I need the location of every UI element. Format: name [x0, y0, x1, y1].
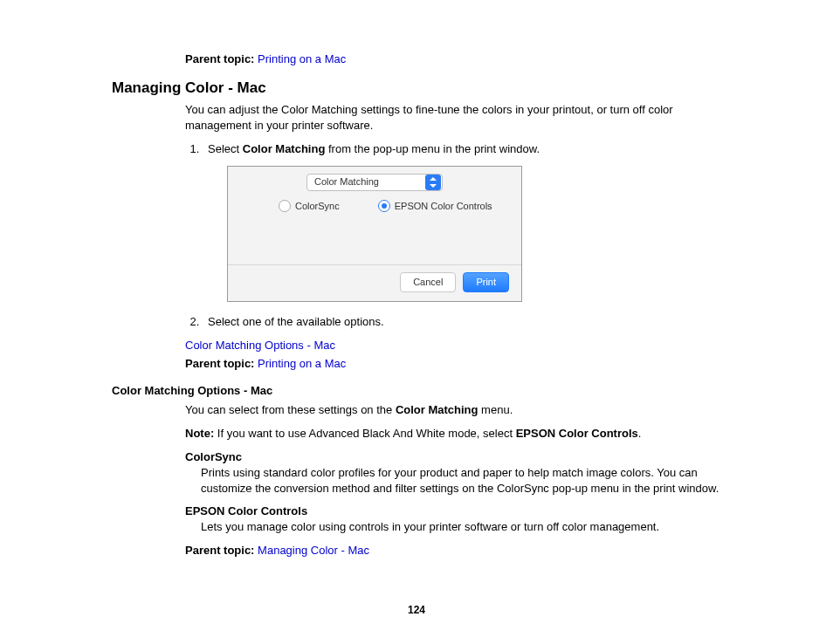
- parent-topic-label: Parent topic:: [185, 52, 254, 65]
- dropdown-label: Color Matching: [314, 175, 379, 188]
- section2-intro: You can select from these settings on th…: [185, 402, 728, 418]
- dialog-dropdown[interactable]: Color Matching: [306, 174, 443, 191]
- section-title-managing-color: Managing Color - Mac: [112, 79, 728, 97]
- parent-topic-link-printing-mac[interactable]: Printing on a Mac: [258, 52, 346, 65]
- radio-icon: [279, 200, 291, 212]
- step-2: Select one of the available options.: [203, 314, 728, 330]
- radio-selected-icon: [378, 200, 390, 212]
- subsection-title-color-matching-options: Color Matching Options - Mac: [112, 384, 728, 397]
- parent-topic-top: Parent topic: Printing on a Mac: [185, 52, 728, 65]
- def-body-epson: Lets you manage color using controls in …: [201, 519, 728, 535]
- section2-note: Note: If you want to use Advanced Black …: [185, 426, 728, 442]
- chevron-up-down-icon: [425, 175, 441, 190]
- cancel-button[interactable]: Cancel: [400, 272, 456, 292]
- color-matching-dialog: Color Matching ColorSync EPSON Color Con…: [227, 166, 522, 303]
- parent-topic-link-managing-color[interactable]: Managing Color - Mac: [258, 544, 369, 557]
- def-term-colorsync: ColorSync: [185, 450, 728, 463]
- parent-topic-section2: Parent topic: Managing Color - Mac: [185, 544, 728, 557]
- parent-topic-section1: Parent topic: Printing on a Mac: [185, 357, 728, 370]
- step-1: Select Color Matching from the pop-up me…: [203, 141, 728, 302]
- def-term-epson: EPSON Color Controls: [185, 504, 728, 517]
- radio-colorsync[interactable]: ColorSync: [279, 200, 340, 213]
- page-number: 124: [0, 604, 833, 616]
- def-body-colorsync: Prints using standard color profiles for…: [201, 465, 728, 496]
- radio-epson-controls[interactable]: EPSON Color Controls: [378, 200, 492, 213]
- link-color-matching-options[interactable]: Color Matching Options - Mac: [185, 339, 335, 352]
- parent-topic-link-printing-mac-2[interactable]: Printing on a Mac: [258, 357, 346, 370]
- section1-intro: You can adjust the Color Matching settin…: [185, 102, 728, 133]
- print-button[interactable]: Print: [463, 272, 509, 292]
